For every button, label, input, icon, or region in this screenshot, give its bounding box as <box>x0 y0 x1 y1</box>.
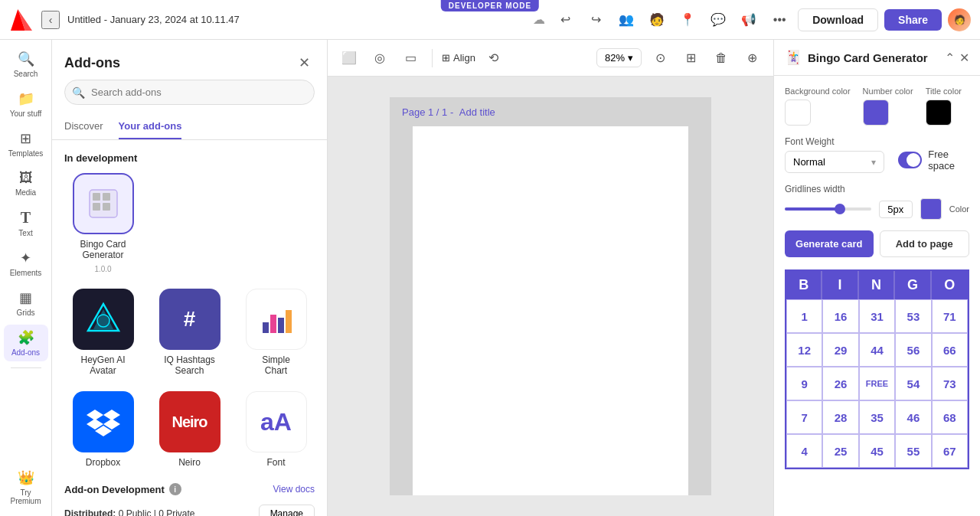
back-button[interactable]: ‹ <box>41 11 60 29</box>
bingo-addon-version: 1.0.0 <box>94 265 111 273</box>
download-button[interactable]: Download <box>798 8 878 31</box>
broadcast-icon[interactable]: 📢 <box>737 8 761 32</box>
add-to-page-button[interactable]: Add to page <box>880 230 970 257</box>
manage-button[interactable]: Manage <box>259 505 315 516</box>
bingo-cell: 31 <box>859 299 895 333</box>
dropbox-addon[interactable]: Dropbox <box>64 391 142 468</box>
bg-color-label: Background color <box>785 87 851 96</box>
sidebar-item-templates[interactable]: ⊞ Templates <box>4 126 48 162</box>
bingo-cell: 16 <box>822 299 858 333</box>
free-space-toggle: Free space <box>898 149 969 171</box>
share-button[interactable]: Share <box>884 9 942 31</box>
bingo-addon-name: Bingo CardGenerator <box>80 239 126 260</box>
canvas-toolbar: ⬜ ◎ ▭ ⊞ Align ⟲ 82% ▾ ⊙ ⊞ 🗑 ⊕ <box>328 40 773 77</box>
search-input[interactable] <box>64 80 315 105</box>
zoom-value: 82% <box>605 52 625 64</box>
number-color-swatch[interactable] <box>863 100 889 126</box>
slider-thumb[interactable] <box>835 204 845 214</box>
right-panel-content: Background color Number color Title colo… <box>774 76 980 516</box>
align-control[interactable]: ⊞ Align <box>442 52 475 64</box>
bingo-header-g: G <box>895 271 931 299</box>
simple-chart-addon[interactable]: SimpleChart <box>237 289 315 376</box>
in-development-label: In development <box>64 152 315 164</box>
iq-hashtags-addon[interactable]: # IQ HashtagsSearch <box>151 289 228 376</box>
neiro-addon[interactable]: Neiro Neiro <box>151 391 228 468</box>
sidebar-item-premium[interactable]: 👑 Try Premium <box>4 465 48 510</box>
iq-hashtags-icon: # <box>159 289 220 350</box>
font-weight-control: Font Weight Normal ▾ <box>785 136 884 173</box>
user-avatar-icon[interactable]: 🧑 <box>645 8 669 32</box>
slider-track[interactable] <box>785 207 871 211</box>
add-title-link[interactable]: Add title <box>459 106 495 118</box>
add-element-icon[interactable]: ⊕ <box>740 46 764 70</box>
sidebar-item-elements[interactable]: ✦ Elements <box>4 245 48 282</box>
grids-icon: ▦ <box>19 289 32 306</box>
font-weight-select[interactable]: Normal ▾ <box>785 151 884 173</box>
shape-tool[interactable]: ◎ <box>368 46 392 70</box>
svg-marker-14 <box>87 410 103 420</box>
bingo-addon-icon <box>73 173 134 234</box>
frame-tool[interactable]: ⬜ <box>337 46 361 70</box>
user-avatar[interactable]: 🧑 <box>948 8 971 31</box>
document-title: Untitled - January 23, 2024 at 10.11.47 <box>67 14 521 25</box>
gridlines-row: 5px Color <box>785 198 969 220</box>
distributed-label: Distributed: 0 Public | 0 Private <box>64 508 195 516</box>
sidebar-divider <box>11 367 41 368</box>
svg-rect-5 <box>93 203 100 211</box>
location-icon[interactable]: 📍 <box>675 8 700 32</box>
bg-color-swatch[interactable] <box>785 100 811 126</box>
sidebar-elements-label: Elements <box>10 269 42 277</box>
sidebar-item-search[interactable]: 🔍 Search <box>4 46 48 83</box>
font-addon[interactable]: aA Font <box>237 391 315 468</box>
title-color-picker: Title color <box>926 87 962 126</box>
title-color-swatch[interactable] <box>926 100 952 126</box>
sidebar-item-grids[interactable]: ▦ Grids <box>4 285 48 322</box>
share-people-icon[interactable]: 👥 <box>614 8 639 32</box>
zoom-control[interactable]: 82% ▾ <box>596 48 642 67</box>
more-addons-grid: Dropbox Neiro Neiro aA Font <box>64 391 315 468</box>
view-docs-link[interactable]: View docs <box>273 484 315 495</box>
canvas-page: Page 1 / 1 - Add title <box>390 97 711 495</box>
gridlines-input[interactable]: 5px <box>879 201 913 218</box>
color-label-small: Color <box>949 204 969 214</box>
number-color-label: Number color <box>863 87 913 96</box>
right-panel-minimize[interactable]: ⌃ <box>945 51 955 65</box>
sidebar-item-addons[interactable]: 🧩 Add-ons <box>4 325 48 361</box>
sidebar-item-media[interactable]: 🖼 Media <box>4 165 48 201</box>
sidebar-search-label: Search <box>14 70 38 78</box>
addons-close-button[interactable]: ✕ <box>293 52 315 73</box>
translate-tool[interactable]: ⟲ <box>482 46 506 70</box>
addons-icon: 🧩 <box>18 329 34 346</box>
generate-card-button[interactable]: Generate card <box>785 230 874 257</box>
sidebar-item-your-stuff[interactable]: 📁 Your stuff <box>4 86 48 122</box>
dropbox-icon <box>73 391 134 452</box>
rect-tool[interactable]: ▭ <box>398 46 423 70</box>
tab-discover[interactable]: Discover <box>64 114 103 139</box>
gridlines-color-swatch[interactable] <box>920 198 942 220</box>
elements-icon: ✦ <box>20 250 31 266</box>
page-settings-icon[interactable]: ⊙ <box>648 46 672 70</box>
tab-your-addons[interactable]: Your add-ons <box>119 114 182 139</box>
in-dev-grid: Bingo CardGenerator 1.0.0 <box>64 173 315 273</box>
font-addon-name: Font <box>266 457 285 468</box>
info-icon[interactable]: i <box>169 483 181 495</box>
sidebar-item-text[interactable]: T Text <box>4 204 48 242</box>
free-space-toggle-switch[interactable] <box>898 152 922 168</box>
delete-icon[interactable]: 🗑 <box>709 46 733 70</box>
heygen-addon[interactable]: HeyGen AIAvatar <box>64 289 142 376</box>
gridlines-slider[interactable] <box>785 207 871 211</box>
tabs-bar: Discover Your add-ons <box>52 114 327 140</box>
more-options-button[interactable]: ••• <box>767 8 792 32</box>
svg-rect-6 <box>103 203 110 211</box>
heygen-icon <box>73 289 134 350</box>
undo-button[interactable]: ↩ <box>553 8 577 32</box>
topbar: ‹ Untitled - January 23, 2024 at 10.11.4… <box>0 0 980 40</box>
right-panel-close[interactable]: ✕ <box>959 51 969 65</box>
comment-icon[interactable]: 💬 <box>706 8 730 32</box>
grid-overlay-icon[interactable]: ⊞ <box>678 46 703 70</box>
sidebar-templates-label: Templates <box>8 149 44 158</box>
redo-button[interactable]: ↪ <box>583 8 608 32</box>
bingo-card-generator-addon[interactable]: Bingo CardGenerator 1.0.0 <box>64 173 142 273</box>
align-icon: ⊞ <box>442 52 450 64</box>
right-header-actions: ⌃ ✕ <box>945 51 969 65</box>
